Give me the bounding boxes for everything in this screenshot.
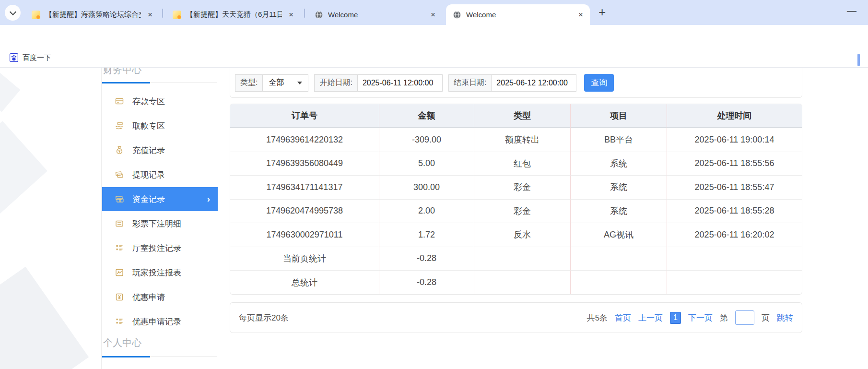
baidu-paw-icon xyxy=(10,53,18,62)
next-page-link[interactable]: 下一页 xyxy=(688,312,713,323)
sidebar-item-label: 资金记录 xyxy=(132,194,165,205)
sidebar-item-lottery-bet-detail[interactable]: 彩票下注明细 xyxy=(102,212,218,236)
withdraw-hand-icon xyxy=(115,121,124,130)
room-bet-list-icon xyxy=(115,244,124,252)
close-icon[interactable]: × xyxy=(146,10,154,20)
sidebar-item-label: 提现记录 xyxy=(132,169,165,180)
sidebar-item-label: 彩票下注明细 xyxy=(132,218,181,229)
tab-title: 【新提醒】天天竞猜（6月11日 xyxy=(186,10,282,19)
end-date-group: 结束日期: xyxy=(448,74,576,92)
bookmark-baidu[interactable]: 百度一下 xyxy=(10,53,51,62)
sidebar-item-funds-record[interactable]: 资金记录 › xyxy=(102,187,218,211)
cell-time: 2025-06-11 16:20:02 xyxy=(667,223,802,247)
recharge-moneybag-icon xyxy=(115,146,124,155)
bookmarks-bar: 百度一下 xyxy=(0,48,868,68)
page-jump-input[interactable] xyxy=(735,310,754,325)
cell-order-id: 1749639614220132 xyxy=(230,128,379,152)
sidebar-item-withdraw[interactable]: 取款专区 xyxy=(102,114,218,138)
tab-strip: 【新提醒】海燕策略论坛综合交 × 【新提醒】天天竞猜（6月11日 × Welco… xyxy=(0,0,868,25)
section-underline xyxy=(102,82,150,83)
sidebar-item-label: 取款专区 xyxy=(132,120,165,131)
start-date-label: 开始日期: xyxy=(314,74,357,92)
cell-empty xyxy=(474,247,571,271)
player-report-chart-icon xyxy=(115,268,124,277)
total-count-text: 共5条 xyxy=(587,312,608,323)
tab-welcome-active[interactable]: Welcome × xyxy=(446,4,590,25)
cell-empty xyxy=(571,271,667,295)
cell-order-id: 1749620474995738 xyxy=(230,200,379,224)
records-table: 订单号 金额 类型 项目 处理时间 1749639614220132 -309.… xyxy=(230,104,802,295)
sidebar-item-label: 存款专区 xyxy=(132,96,165,107)
browser-toolbar: js14.cc/hhcp/usercenter.html?iniType=6 xyxy=(0,25,868,48)
new-tab-button[interactable]: + xyxy=(598,5,606,20)
sidebar-section-personal: 个人中心 xyxy=(103,336,141,349)
promo-record-list-icon xyxy=(115,317,124,326)
funds-banknotes-icon xyxy=(115,195,124,203)
sidebar-item-label: 优惠申请 xyxy=(132,292,165,303)
first-page-link[interactable]: 首页 xyxy=(615,312,631,323)
sidebar-item-deposit[interactable]: 存款专区 xyxy=(102,89,218,113)
sidebar-item-label: 玩家投注报表 xyxy=(132,267,181,278)
prev-page-link[interactable]: 上一页 xyxy=(638,312,663,323)
jump-suffix-text: 页 xyxy=(762,312,770,323)
cell-project: 系统 xyxy=(571,152,667,176)
cell-type: 彩金 xyxy=(474,200,571,224)
cell-amount: 1.72 xyxy=(379,223,474,247)
globe-icon xyxy=(315,11,323,19)
tab-search-button[interactable] xyxy=(5,5,21,21)
close-icon[interactable]: × xyxy=(429,10,437,20)
scrollbar-thumb[interactable] xyxy=(857,54,860,66)
section-underline-rest xyxy=(150,83,217,83)
bookmark-label: 百度一下 xyxy=(23,53,51,62)
decorative-shape xyxy=(0,267,89,369)
start-date-group: 开始日期: xyxy=(314,74,442,92)
chevron-right-icon: › xyxy=(207,194,210,204)
end-date-input[interactable] xyxy=(491,74,576,92)
cell-summary-label: 总统计 xyxy=(230,271,379,295)
sidebar-left-border xyxy=(101,68,102,369)
type-filter-group: 类型: 全部 xyxy=(235,74,308,92)
cell-time: 2025-06-11 18:55:47 xyxy=(667,176,802,200)
cell-empty xyxy=(667,271,802,295)
sidebar-section-finance: 财务中心 xyxy=(103,68,141,76)
cell-amount: 2.00 xyxy=(379,200,474,224)
header-amount: 金额 xyxy=(379,104,474,128)
cell-amount: -309.00 xyxy=(379,128,474,152)
sidebar-item-label: 优惠申请记录 xyxy=(132,316,181,327)
cell-project: 系统 xyxy=(571,176,667,200)
cell-empty xyxy=(667,247,802,271)
tab-haiyan-forum[interactable]: 【新提醒】海燕策略论坛综合交 × xyxy=(25,4,159,25)
sidebar-item-promo-apply[interactable]: 优惠申请 xyxy=(102,285,218,309)
window-minimize-button[interactable]: — xyxy=(847,5,856,16)
sidebar-item-room-bet-record[interactable]: 厅室投注记录 xyxy=(102,236,218,260)
section-underline-rest xyxy=(150,357,217,357)
close-icon[interactable]: × xyxy=(576,10,585,20)
cell-amount: 5.00 xyxy=(379,152,474,176)
cell-type: 反水 xyxy=(474,223,571,247)
chevron-down-icon xyxy=(297,82,302,84)
globe-icon xyxy=(453,11,461,19)
tab-separator xyxy=(162,9,163,18)
cell-empty xyxy=(571,247,667,271)
current-page-badge[interactable]: 1 xyxy=(670,312,681,324)
jump-prefix-text: 第 xyxy=(720,312,728,323)
header-order-id: 订单号 xyxy=(230,104,379,128)
sidebar-item-label: 厅室投注记录 xyxy=(132,243,181,254)
tab-separator xyxy=(304,9,305,18)
sidebar-item-recharge-record[interactable]: 充值记录 xyxy=(102,138,218,162)
tab-welcome-1[interactable]: Welcome × xyxy=(308,4,442,25)
close-icon[interactable]: × xyxy=(287,10,295,20)
tab-tiantian-guess[interactable]: 【新提醒】天天竞猜（6月11日 × xyxy=(166,4,300,25)
sidebar-item-promo-apply-record[interactable]: 优惠申请记录 xyxy=(102,309,218,333)
cell-time: 2025-06-11 19:00:14 xyxy=(667,128,802,152)
type-select[interactable]: 全部 xyxy=(262,74,308,92)
cell-time: 2025-06-11 18:55:56 xyxy=(667,152,802,176)
sidebar-item-withdrawal-record[interactable]: 提现记录 xyxy=(102,163,218,187)
start-date-input[interactable] xyxy=(357,74,443,92)
sidebar-item-player-bet-report[interactable]: 玩家投注报表 xyxy=(102,261,218,285)
search-button[interactable]: 查询 xyxy=(584,74,614,92)
sidebar-item-label: 充值记录 xyxy=(132,145,165,156)
pagination-bar: 每页显示20条 共5条 首页 上一页 1 下一页 第 页 跳转 xyxy=(230,302,802,333)
jump-button[interactable]: 跳转 xyxy=(777,312,793,323)
cell-type: 彩金 xyxy=(474,176,571,200)
